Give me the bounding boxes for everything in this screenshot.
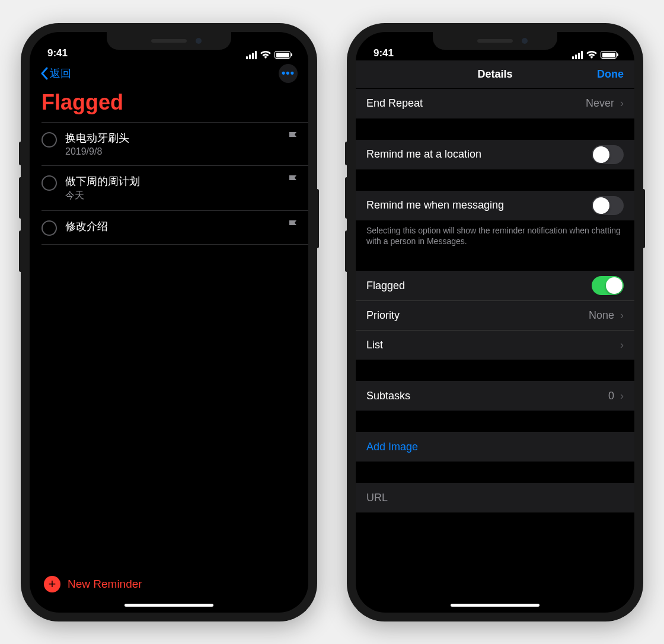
list-item[interactable]: 修改介绍 (42, 211, 308, 244)
item-title: 换电动牙刷头 (65, 131, 129, 145)
messaging-label: Remind me when messaging (366, 199, 504, 212)
add-image-row[interactable]: Add Image (356, 432, 634, 462)
signal-icon (572, 51, 583, 59)
subtasks-value: 0 (608, 390, 614, 402)
flagged-row[interactable]: Flagged (356, 271, 634, 300)
wifi-icon (260, 51, 271, 59)
item-title: 做下周的周计划 (65, 174, 140, 188)
url-placeholder: URL (366, 492, 388, 504)
nav-bar: Details Done (356, 60, 634, 89)
phone-frame-left: 9:41 返回 ••• Flagged (21, 23, 317, 621)
new-reminder-label: New Reminder (68, 578, 142, 591)
back-label: 返回 (50, 66, 71, 81)
status-time: 9:41 (47, 47, 68, 59)
item-title: 修改介绍 (65, 219, 108, 233)
subtasks-label: Subtasks (366, 390, 410, 402)
done-button[interactable]: Done (597, 68, 624, 81)
end-repeat-label: End Repeat (366, 97, 423, 110)
ellipsis-icon: ••• (282, 67, 295, 79)
list-item[interactable]: 换电动牙刷头 2019/9/8 (42, 123, 308, 165)
list-item[interactable]: 做下周的周计划 今天 (42, 166, 308, 210)
new-reminder-button[interactable]: + New Reminder (44, 576, 142, 592)
flag-icon (288, 174, 298, 186)
radio-unchecked-icon[interactable] (42, 220, 57, 236)
status-time: 9:41 (374, 47, 394, 59)
reminders-list: 换电动牙刷头 2019/9/8 做下周的周计划 今天 (30, 122, 308, 245)
home-indicator[interactable] (451, 604, 540, 607)
item-subtitle: 2019/9/8 (65, 146, 129, 157)
end-repeat-row[interactable]: End Repeat Never › (356, 89, 634, 118)
flagged-switch[interactable] (592, 276, 624, 295)
url-row[interactable]: URL (356, 483, 634, 512)
nav-bar: 返回 ••• (30, 60, 308, 86)
add-image-label: Add Image (366, 441, 418, 453)
priority-label: Priority (366, 309, 400, 322)
plus-circle-icon: + (44, 576, 60, 592)
chevron-right-icon: › (620, 309, 624, 322)
notch (433, 32, 557, 50)
phone-frame-right: 9:41 Details Done End Repeat Never › (347, 23, 643, 621)
page-title: Flagged (30, 86, 308, 122)
messaging-footer: Selecting this option will show the remi… (356, 220, 634, 248)
back-button[interactable]: 返回 (40, 66, 71, 81)
priority-value: None (589, 309, 614, 322)
priority-row[interactable]: Priority None › (356, 300, 634, 330)
radio-unchecked-icon[interactable] (42, 175, 57, 191)
flagged-label: Flagged (366, 280, 405, 292)
messaging-row[interactable]: Remind me when messaging (356, 191, 634, 220)
list-label: List (366, 339, 383, 351)
signal-icon (246, 51, 257, 59)
battery-icon (274, 51, 290, 59)
item-subtitle: 今天 (65, 190, 140, 202)
location-row[interactable]: Remind me at a location (356, 140, 634, 169)
notch (107, 32, 231, 50)
radio-unchecked-icon[interactable] (42, 132, 57, 148)
chevron-right-icon: › (620, 339, 624, 351)
chevron-right-icon: › (620, 390, 624, 402)
location-label: Remind me at a location (366, 148, 481, 161)
wifi-icon (586, 51, 597, 59)
subtasks-row[interactable]: Subtasks 0 › (356, 381, 634, 411)
battery-icon (601, 51, 617, 59)
end-repeat-value: Never (586, 97, 614, 110)
flag-icon (288, 131, 298, 143)
home-indicator[interactable] (124, 604, 213, 607)
chevron-right-icon: › (620, 97, 624, 110)
location-switch[interactable] (592, 145, 624, 164)
messaging-switch[interactable] (592, 196, 624, 215)
more-button[interactable]: ••• (279, 64, 298, 83)
flag-icon (288, 219, 298, 231)
list-row[interactable]: List › (356, 330, 634, 360)
chevron-left-icon (40, 67, 48, 80)
nav-title: Details (477, 68, 512, 81)
